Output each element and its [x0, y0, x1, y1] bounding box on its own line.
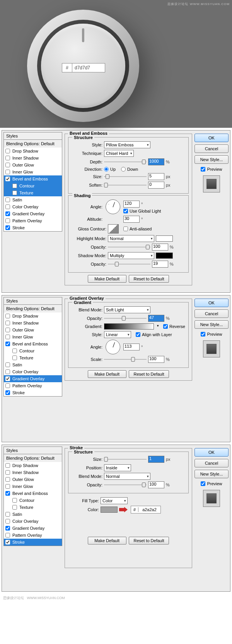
style-item-pattern-overlay[interactable]: Pattern Overlay	[4, 217, 62, 224]
style-item-contour[interactable]: Contour	[4, 182, 62, 189]
style-item-satin[interactable]: Satin	[4, 196, 62, 203]
style-checkbox[interactable]	[5, 163, 10, 167]
direction-up-radio[interactable]	[104, 167, 109, 172]
highlight-color-swatch[interactable]	[156, 235, 173, 242]
style-checkbox[interactable]	[5, 470, 10, 475]
scale-input[interactable]: 100	[148, 356, 164, 363]
grad-angle-dial[interactable]	[106, 340, 120, 354]
global-light-checkbox[interactable]	[123, 209, 128, 213]
style-checkbox[interactable]	[5, 484, 10, 489]
soften-input[interactable]: 0	[148, 182, 164, 189]
gradient-bar[interactable]	[104, 323, 154, 330]
style-checkbox[interactable]	[5, 177, 10, 181]
highlight-mode-select[interactable]: Normal	[108, 235, 154, 242]
style-item-color-overlay[interactable]: Color Overlay	[4, 203, 62, 210]
soften-slider[interactable]	[104, 182, 147, 188]
new-style-button[interactable]: New Style...	[194, 320, 229, 329]
blending-options[interactable]: Blending Options: Default	[3, 140, 62, 148]
shadow-color-swatch[interactable]	[156, 252, 173, 259]
style-checkbox[interactable]	[12, 505, 17, 510]
style-item-inner-glow[interactable]: Inner Glow	[4, 333, 62, 340]
style-checkbox[interactable]	[5, 376, 10, 381]
new-style-button[interactable]: New Style...	[194, 470, 229, 478]
style-checkbox[interactable]	[5, 149, 10, 153]
style-checkbox[interactable]	[5, 390, 10, 395]
style-checkbox[interactable]	[5, 156, 10, 160]
cancel-button[interactable]: Cancel	[194, 309, 229, 318]
style-item-color-overlay[interactable]: Color Overlay	[4, 518, 62, 525]
styles-header[interactable]: Styles	[3, 297, 62, 305]
style-checkbox[interactable]	[12, 191, 17, 195]
shadow-opacity-input[interactable]: 19	[152, 261, 168, 268]
style-item-texture[interactable]: Texture	[4, 189, 62, 196]
style-item-satin[interactable]: Satin	[4, 511, 62, 518]
anti-aliased-checkbox[interactable]	[123, 227, 128, 231]
ok-button[interactable]: OK	[194, 448, 229, 457]
fill-type-select[interactable]: Color	[101, 497, 128, 504]
style-select[interactable]: Pillow Emboss	[104, 141, 150, 148]
stroke-blend-select[interactable]: Normal	[104, 473, 150, 480]
stroke-color-swatch[interactable]	[101, 507, 118, 513]
align-layer-checkbox[interactable]	[136, 332, 140, 337]
opacity-slider[interactable]	[104, 315, 147, 321]
style-checkbox[interactable]	[5, 512, 10, 517]
style-item-texture[interactable]: Texture	[4, 354, 62, 361]
style-checkbox[interactable]	[5, 540, 10, 544]
blend-mode-select[interactable]: Soft Light	[104, 306, 150, 313]
style-checkbox[interactable]	[12, 498, 17, 503]
style-item-texture[interactable]: Texture	[4, 504, 62, 511]
blending-options[interactable]: Blending Options: Default	[3, 305, 62, 313]
style-checkbox[interactable]	[5, 526, 10, 531]
style-checkbox[interactable]	[12, 184, 17, 188]
style-checkbox[interactable]	[5, 335, 10, 339]
style-item-stroke[interactable]: Stroke	[4, 224, 62, 231]
depth-slider[interactable]	[104, 159, 147, 165]
style-checkbox[interactable]	[5, 362, 10, 367]
angle-dial[interactable]: ·	[106, 199, 120, 214]
technique-select[interactable]: Chisel Hard	[104, 150, 134, 157]
style-checkbox[interactable]	[5, 314, 10, 318]
make-default-button[interactable]: Make Default	[88, 275, 126, 283]
cancel-button[interactable]: Cancel	[194, 144, 229, 153]
style-checkbox[interactable]	[5, 211, 10, 216]
make-default-button[interactable]: Make Default	[88, 537, 126, 544]
style-checkbox[interactable]	[5, 463, 10, 468]
gloss-contour-swatch[interactable]	[108, 224, 119, 234]
ok-button[interactable]: OK	[194, 299, 229, 307]
preview-checkbox[interactable]	[201, 481, 205, 486]
style-item-outer-glow[interactable]: Outer Glow	[4, 161, 62, 168]
stroke-size-slider[interactable]	[104, 456, 147, 462]
style-checkbox[interactable]	[12, 349, 17, 353]
style-checkbox[interactable]	[5, 328, 10, 332]
style-checkbox[interactable]	[5, 197, 10, 202]
style-checkbox[interactable]	[5, 533, 10, 538]
style-item-drop-shadow[interactable]: Drop Shadow	[4, 313, 62, 319]
reset-default-button[interactable]: Reset to Default	[129, 537, 169, 544]
reset-default-button[interactable]: Reset to Default	[129, 370, 169, 378]
style-item-outer-glow[interactable]: Outer Glow	[4, 476, 62, 483]
style-checkbox[interactable]	[5, 383, 10, 388]
preview-checkbox[interactable]	[201, 167, 205, 172]
style-checkbox[interactable]	[5, 218, 10, 223]
styles-header[interactable]: Styles	[3, 447, 62, 454]
stroke-size-input[interactable]: 1	[148, 456, 164, 463]
style-checkbox[interactable]	[5, 321, 10, 325]
grad-style-select[interactable]: Linear	[104, 331, 131, 338]
reset-default-button[interactable]: Reset to Default	[129, 275, 169, 283]
angle-input[interactable]: 120	[123, 201, 140, 208]
style-item-satin[interactable]: Satin	[4, 361, 62, 368]
style-item-bevel-and-emboss[interactable]: Bevel and Emboss	[4, 175, 62, 182]
style-checkbox[interactable]	[5, 369, 10, 374]
position-select[interactable]: Inside	[104, 464, 131, 471]
style-item-inner-shadow[interactable]: Inner Shadow	[4, 319, 62, 326]
direction-down-radio[interactable]	[121, 167, 126, 172]
style-item-bevel-and-emboss[interactable]: Bevel and Emboss	[4, 340, 62, 347]
style-checkbox[interactable]	[5, 204, 10, 209]
style-item-drop-shadow[interactable]: Drop Shadow	[4, 462, 62, 469]
style-item-drop-shadow[interactable]: Drop Shadow	[4, 148, 62, 155]
highlight-opacity-slider[interactable]	[108, 244, 150, 250]
style-item-pattern-overlay[interactable]: Pattern Overlay	[4, 382, 62, 389]
style-item-outer-glow[interactable]: Outer Glow	[4, 326, 62, 333]
style-item-gradient-overlay[interactable]: Gradient Overlay	[4, 210, 62, 217]
style-item-pattern-overlay[interactable]: Pattern Overlay	[4, 532, 62, 539]
